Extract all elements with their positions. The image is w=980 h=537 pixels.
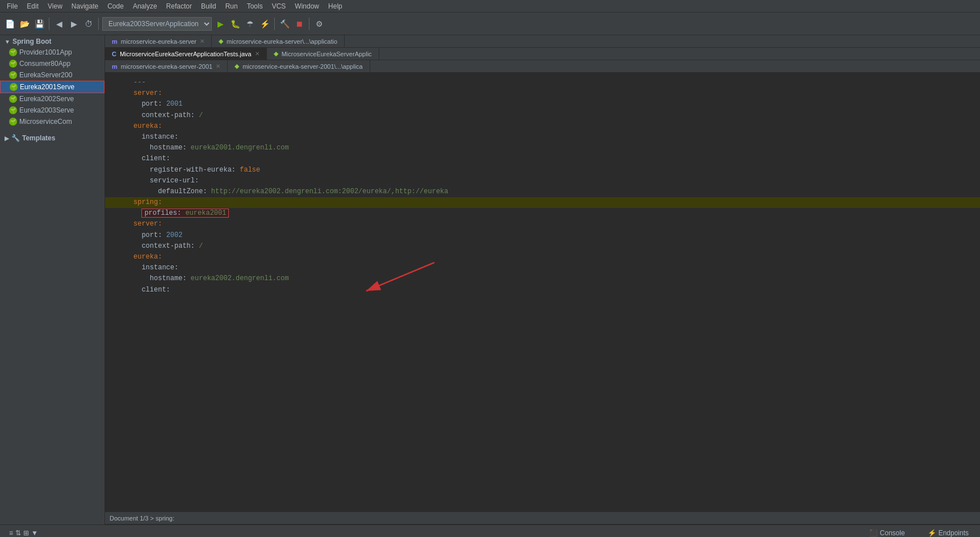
menu-window[interactable]: Window [290, 1, 324, 11]
menu-analyze[interactable]: Analyze [128, 1, 162, 11]
tab-label-6: microservice-eureka-server-2001\...\appl… [242, 63, 363, 70]
menu-view[interactable]: View [43, 1, 67, 11]
menu-edit[interactable]: Edit [22, 1, 43, 11]
menu-run[interactable]: Run [221, 1, 242, 11]
sidebar-item-eureka200[interactable]: 🌱 EurekaServer200 [0, 69, 104, 81]
editor-tab-application[interactable]: ◆ microservice-eureka-server\...\applica… [212, 35, 345, 47]
templates-group[interactable]: ▶ 🔧 Templates [0, 132, 104, 143]
menu-navigate[interactable]: Navigate [67, 1, 103, 11]
spring-boot-group[interactable]: ▼ Spring Boot [0, 35, 104, 47]
editor-tab-tests[interactable]: C MicroserviceEurekaServerApplicationTes… [105, 48, 267, 60]
editor-tab-applica-2001[interactable]: ◆ microservice-eureka-server-2001\...\ap… [228, 60, 370, 72]
code-line-19: instance: [105, 263, 980, 273]
open-button[interactable]: 📂 [18, 18, 31, 30]
menu-refactor[interactable]: Refactor [162, 1, 196, 11]
breadcrumb-text: Document 1/3 > spring: [110, 515, 174, 522]
gutter-tool-3[interactable]: ⊞ [23, 529, 29, 537]
breadcrumb-bar: Document 1/3 > spring: [105, 512, 980, 524]
build-button[interactable]: 🔨 [278, 18, 291, 30]
sidebar-item-eureka2001[interactable]: 🌱 Eureka2001Serve [0, 81, 104, 93]
run-button[interactable]: ▶ [214, 18, 227, 30]
sidebar-label-4: Eureka2001Serve [20, 83, 74, 91]
m-icon-1: m [112, 38, 118, 45]
code-line-15: server: [105, 219, 980, 230]
menu-vcs[interactable]: VCS [267, 1, 291, 11]
recent-button[interactable]: ⏱ [82, 18, 95, 30]
code-line-16: port: 2002 [105, 230, 980, 241]
tab-label-3: MicroserviceEurekaServerApplicationTests… [120, 51, 252, 57]
code-line-11: defaultZone: http://eureka2002.dengrenli… [105, 186, 980, 197]
sidebar-item-consumer[interactable]: 🌱 Consumer80App [0, 58, 104, 69]
templates-expand-icon: ▶ [5, 135, 9, 141]
menu-code[interactable]: Code [103, 1, 128, 11]
code-editor[interactable]: --- server: port: 2001 context-path: / e [105, 73, 980, 512]
spring-icon-3: 🌱 [9, 71, 17, 79]
sidebar-label-3: EurekaServer200 [19, 71, 72, 79]
menu-tools[interactable]: Tools [242, 1, 267, 11]
sidebar-label-6: Eureka2003Serve [19, 106, 74, 114]
sidebar-item-eureka2003[interactable]: 🌱 Eureka2003Serve [0, 105, 104, 116]
console-label: Console [880, 529, 905, 537]
spring-icon-1: 🌱 [9, 48, 17, 56]
main-layout: ▼ Spring Boot 🌱 Provider1001App 🌱 Consum… [0, 35, 980, 524]
settings-button[interactable]: ⚙ [313, 18, 325, 30]
forward-button[interactable]: ▶ [68, 18, 80, 30]
bottom-tab-endpoints[interactable]: ⚡ Endpoints [921, 527, 975, 538]
profiles-red-box: profiles: eureka2001 [141, 209, 229, 218]
sidebar-item-provider[interactable]: 🌱 Provider1001App [0, 47, 104, 58]
menu-file[interactable]: File [2, 1, 22, 11]
stop-button[interactable]: ⏹ [293, 18, 305, 30]
spring-icon-2: 🌱 [9, 60, 17, 68]
new-file-button[interactable]: 📄 [3, 18, 16, 30]
bottom-tabs: ≡ ⇅ ⊞ ▼ ⬛ Console ⚡ Endpoints [0, 524, 980, 537]
expand-icon: ▼ [5, 39, 10, 45]
profile-button[interactable]: ⚡ [258, 18, 271, 30]
back-button[interactable]: ◀ [53, 18, 65, 30]
gutter-tool-2[interactable]: ⇅ [15, 529, 21, 537]
code-line-21: client: [105, 285, 980, 295]
left-gutter-tools: ≡ ⇅ ⊞ ▼ [5, 529, 43, 537]
menu-help[interactable]: Help [324, 1, 347, 11]
separator-1 [49, 18, 49, 30]
tab-close-5[interactable]: ✕ [216, 63, 220, 69]
code-line-17: context-path: / [105, 241, 980, 252]
wrench-icon: 🔧 [11, 134, 20, 142]
gutter-tool-4[interactable]: ▼ [31, 529, 38, 537]
g-icon-1: ◆ [219, 38, 223, 45]
sidebar: ▼ Spring Boot 🌱 Provider1001App 🌱 Consum… [0, 35, 105, 524]
console-icon: ⬛ [869, 529, 878, 537]
code-line-10: service-url: [105, 176, 980, 186]
templates-label: Templates [22, 134, 55, 142]
editor-tabs-row1: m microservice-eureka-server ✕ ◆ microse… [105, 35, 980, 48]
separator-4 [309, 18, 309, 30]
spring-icon-7: 🌱 [9, 118, 17, 126]
menu-build[interactable]: Build [196, 1, 221, 11]
sidebar-label-2: Consumer80App [19, 60, 70, 68]
g-icon-2: ◆ [274, 50, 278, 57]
g-icon-3: ◆ [234, 63, 239, 70]
tab-close-3[interactable]: ✕ [255, 51, 259, 57]
tab-close-1[interactable]: ✕ [200, 38, 204, 44]
bottom-tab-console[interactable]: ⬛ Console [862, 527, 912, 538]
sidebar-item-microservice[interactable]: 🌱 MicroserviceCom [0, 116, 104, 127]
tab-label-1: microservice-eureka-server [121, 38, 196, 45]
editor-tab-applic[interactable]: ◆ MicroserviceEurekaServerApplic [267, 48, 379, 60]
endpoints-label: Endpoints [939, 529, 969, 537]
editor-tab-eureka-server[interactable]: m microservice-eureka-server ✕ [105, 35, 212, 47]
separator-2 [98, 18, 99, 30]
c-icon-1: C [112, 51, 116, 57]
coverage-button[interactable]: ☂ [244, 18, 256, 30]
gutter-tool-1[interactable]: ≡ [9, 529, 13, 537]
code-line-4: context-path: / [105, 110, 980, 121]
sidebar-item-eureka2002[interactable]: 🌱 Eureka2002Serve [0, 93, 104, 105]
run-configuration-dropdown[interactable]: Eureka2003ServerApplication [102, 17, 212, 31]
save-button[interactable]: 💾 [33, 18, 45, 30]
code-line-7: hostname: eureka2001.dengrenli.com [105, 143, 980, 153]
code-line-20: hostname: eureka2002.dengrenli.com [105, 273, 980, 284]
editor-tab-eureka-2001[interactable]: m microservice-eureka-server-2001 ✕ [105, 60, 228, 72]
debug-button[interactable]: 🐛 [229, 18, 241, 30]
editor-tabs-row2: C MicroserviceEurekaServerApplicationTes… [105, 48, 980, 60]
content-area: Run/Debug Configurations ✕ ＋ － ⎘ ⚙ ▲ » N… [105, 35, 980, 524]
code-line-2: server: [105, 88, 980, 99]
code-line-3: port: 2001 [105, 99, 980, 110]
